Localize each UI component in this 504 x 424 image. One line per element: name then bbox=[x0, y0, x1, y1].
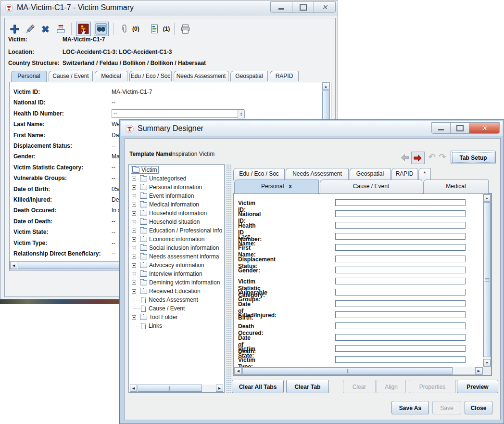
field-input[interactable] bbox=[335, 256, 466, 262]
tab-rapid[interactable]: RAPID bbox=[270, 71, 299, 81]
tree-item[interactable]: Interview information bbox=[129, 270, 224, 278]
tab-medical[interactable]: Medical bbox=[95, 71, 127, 81]
scroll-left-button[interactable]: ◀ bbox=[10, 262, 17, 269]
splitter-handle[interactable] bbox=[226, 164, 232, 393]
tree-item[interactable]: Household situation bbox=[129, 218, 224, 226]
field-input[interactable] bbox=[335, 267, 466, 273]
view-icon[interactable] bbox=[94, 22, 109, 36]
field-input[interactable] bbox=[335, 356, 466, 363]
expand-plus-icon[interactable] bbox=[132, 237, 136, 242]
back-arrow-icon[interactable] bbox=[400, 153, 410, 162]
save-as-button[interactable]: Save As bbox=[391, 401, 429, 414]
expand-plus-icon[interactable] bbox=[132, 272, 136, 276]
scroll-thumb[interactable] bbox=[242, 367, 453, 374]
designer-tab-geospatial[interactable]: Geospatial bbox=[350, 168, 391, 180]
scroll-right-button[interactable]: ▶ bbox=[216, 385, 223, 392]
maximize-button[interactable] bbox=[451, 123, 469, 133]
tree-item[interactable]: Needs Assessment bbox=[129, 296, 224, 304]
field-input[interactable] bbox=[335, 322, 466, 329]
tab-close-icon[interactable]: x bbox=[289, 183, 292, 190]
approve-icon[interactable] bbox=[54, 23, 67, 35]
designer-tab-rapid[interactable]: RAPID bbox=[391, 168, 417, 180]
add-icon[interactable] bbox=[8, 23, 21, 35]
clear-all-tabs-button[interactable]: Clear All Tabs bbox=[232, 380, 284, 393]
expand-plus-icon[interactable] bbox=[132, 220, 136, 224]
scroll-down-button[interactable]: ▼ bbox=[483, 359, 491, 366]
scroll-thumb[interactable] bbox=[483, 202, 491, 357]
field-input[interactable] bbox=[335, 345, 466, 352]
forward-arrow-icon[interactable] bbox=[411, 152, 425, 164]
scroll-left-button[interactable]: ◀ bbox=[130, 385, 137, 392]
maximize-button[interactable] bbox=[292, 2, 314, 13]
tab-cause-event[interactable]: Cause / Event bbox=[49, 71, 93, 81]
tab-edu-eco-soc[interactable]: Edu / Eco / Soc bbox=[129, 71, 172, 81]
field-input[interactable] bbox=[335, 278, 466, 284]
expand-plus-icon[interactable] bbox=[132, 246, 136, 250]
expand-plus-icon[interactable] bbox=[132, 255, 136, 259]
tab-personal[interactable]: Personal bbox=[11, 71, 47, 82]
expand-plus-icon[interactable] bbox=[132, 315, 136, 320]
designer-tab-edu-eco-soc[interactable]: Edu / Eco / Soc bbox=[233, 168, 285, 180]
tree-item-root[interactable]: Victim bbox=[129, 166, 224, 174]
tree-item[interactable]: Links bbox=[129, 321, 224, 330]
delete-icon[interactable] bbox=[39, 23, 51, 35]
tree-item[interactable]: Household information bbox=[129, 209, 224, 218]
print-icon[interactable] bbox=[179, 23, 191, 35]
tree-item[interactable]: Demining victim information bbox=[129, 278, 224, 287]
tree-item[interactable]: Economic information bbox=[129, 235, 224, 244]
minimize-button[interactable] bbox=[432, 123, 451, 133]
tree-item[interactable]: Needs assessment informa bbox=[129, 252, 224, 261]
tree-item[interactable]: Tool Folder bbox=[129, 313, 224, 321]
health-id-input[interactable] bbox=[112, 109, 244, 118]
field-input[interactable] bbox=[335, 199, 466, 206]
expand-plus-icon[interactable] bbox=[132, 289, 136, 294]
tab-geospatial[interactable]: Geospatial bbox=[230, 71, 268, 81]
expand-plus-icon[interactable] bbox=[132, 185, 136, 190]
close-button[interactable]: ✕ bbox=[469, 123, 499, 133]
expand-plus-icon[interactable] bbox=[132, 194, 136, 198]
close-button[interactable]: ✕ bbox=[314, 2, 335, 13]
designer-tab-medical[interactable]: Medical bbox=[423, 180, 489, 193]
tree-item[interactable]: Received Education bbox=[129, 287, 224, 296]
field-input[interactable] bbox=[335, 300, 466, 307]
close-button[interactable]: Close bbox=[465, 401, 492, 414]
clear-tab-button[interactable]: Clear Tab bbox=[286, 380, 329, 393]
tree-item[interactable]: Medical information bbox=[129, 200, 224, 209]
scroll-thumb[interactable] bbox=[138, 385, 202, 392]
expand-plus-icon[interactable] bbox=[132, 229, 136, 233]
field-input[interactable] bbox=[335, 244, 466, 251]
tree-item[interactable]: Cause / Event bbox=[129, 304, 224, 313]
designer-tab-cause-event[interactable]: Cause / Event bbox=[320, 180, 422, 193]
expand-plus-icon[interactable] bbox=[132, 281, 136, 285]
designer-tab-personal[interactable]: Personalx bbox=[234, 180, 319, 193]
field-input[interactable] bbox=[335, 210, 466, 217]
preview-button[interactable]: Preview bbox=[457, 380, 498, 393]
field-input[interactable] bbox=[335, 289, 466, 296]
spinner-icon[interactable]: ▲▼ bbox=[238, 110, 245, 118]
victim-icon[interactable] bbox=[76, 22, 91, 36]
designer-tab-new[interactable]: * bbox=[418, 168, 431, 180]
tree-item[interactable]: Advocacy information bbox=[129, 261, 224, 270]
tab-needs-assessment[interactable]: Needs Assessment bbox=[174, 71, 228, 81]
tree-item[interactable]: Event information bbox=[129, 192, 224, 200]
tree-item[interactable]: Personal information bbox=[129, 183, 224, 192]
field-input[interactable] bbox=[335, 311, 466, 318]
designer-tab-needs-assessment[interactable]: Needs Assessment bbox=[286, 168, 349, 180]
tree-item[interactable]: Uncategorised bbox=[129, 174, 224, 183]
expand-plus-icon[interactable] bbox=[132, 203, 136, 207]
scroll-left-button[interactable]: ◀ bbox=[235, 367, 242, 374]
edit-icon[interactable] bbox=[24, 23, 36, 35]
scroll-up-button[interactable]: ▲ bbox=[322, 83, 329, 90]
minimize-button[interactable] bbox=[271, 2, 292, 13]
notes-icon[interactable] bbox=[149, 23, 161, 35]
tree-item[interactable]: Education / Professional info bbox=[129, 226, 224, 235]
tab-setup-button[interactable]: Tab Setup bbox=[451, 151, 496, 164]
scroll-up-button[interactable]: ▲ bbox=[483, 194, 491, 202]
field-input[interactable] bbox=[335, 334, 466, 341]
victim-summary-titlebar[interactable]: MA-Victim-C1-7 - Victim Summary ✕ bbox=[0, 0, 338, 15]
expand-plus-icon[interactable] bbox=[132, 263, 136, 268]
expand-plus-icon[interactable] bbox=[132, 211, 136, 216]
scroll-right-button[interactable]: ▶ bbox=[475, 367, 482, 374]
undo-icon[interactable]: ↶ bbox=[427, 152, 437, 161]
redo-icon[interactable]: ↷ bbox=[437, 152, 448, 161]
